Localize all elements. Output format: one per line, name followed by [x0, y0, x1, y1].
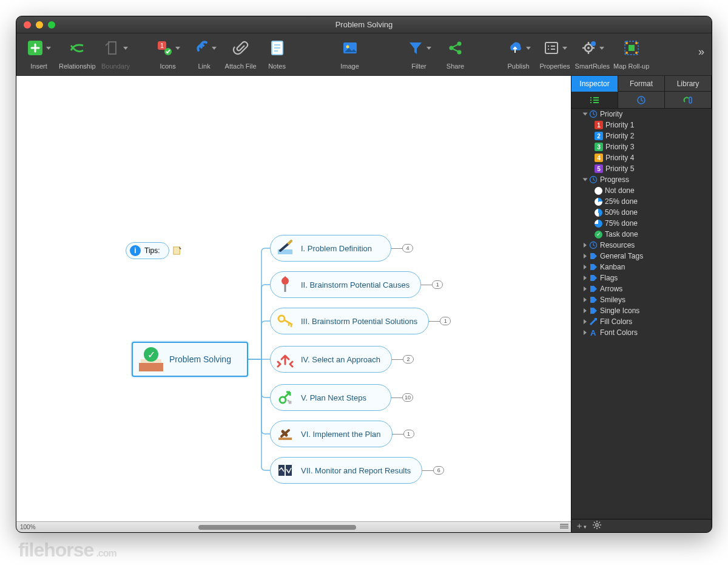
toolbar-label: Share [447, 63, 464, 70]
add-marker-button[interactable]: ＋▾ [575, 521, 587, 532]
toolbar-relationship[interactable]: Relationship [59, 37, 96, 70]
window-title: Problem Solving [16, 20, 712, 29]
toolbar-filter[interactable]: Filter [403, 37, 436, 70]
toolbar-map-roll-up[interactable]: Map Roll-up [613, 37, 649, 70]
svg-rect-29 [173, 247, 180, 254]
topic-icon [277, 240, 294, 257]
group-flags[interactable]: Flags [571, 272, 712, 283]
toolbar-link[interactable]: Link [188, 37, 221, 70]
toolbar-label: Boundary [101, 63, 130, 70]
child-count[interactable]: 1 [393, 430, 414, 438]
svg-line-13 [453, 45, 457, 47]
tab-inspector[interactable]: Inspector [571, 76, 618, 92]
marker-progress-3[interactable]: 75% done [571, 218, 712, 229]
central-topic[interactable]: ✓ Problem Solving [132, 342, 248, 377]
mindmap-canvas[interactable]: i Tips: ✓ Problem Solving I. Problem Def… [16, 76, 571, 521]
topic-tips[interactable]: i Tips: [126, 242, 181, 259]
chevron-down-icon [46, 47, 51, 50]
svg-point-28 [635, 52, 638, 54]
topic-label: V. Plan Next Steps [301, 393, 366, 402]
zoom-level[interactable]: 100% [16, 524, 39, 530]
svg-line-55 [594, 522, 595, 523]
toolbar-attach-file[interactable]: Attach File [224, 37, 257, 70]
settings-button[interactable] [593, 521, 601, 531]
chevron-down-icon [562, 47, 567, 50]
child-count[interactable]: 4 [391, 244, 413, 252]
toolbar-publish[interactable]: Publish [502, 37, 535, 70]
marker-progress-1[interactable]: 25% done [571, 196, 712, 207]
group-progress[interactable]: Progress [571, 174, 712, 185]
toolbar-notes[interactable]: Notes [261, 37, 294, 70]
gear-icon [593, 521, 601, 529]
tab-format[interactable]: Format [618, 76, 665, 92]
canvas-area: i Tips: ✓ Problem Solving I. Problem Def… [16, 76, 571, 532]
subtab-history[interactable] [618, 92, 665, 108]
child-count[interactable]: 2 [392, 355, 414, 364]
toolbar-icons[interactable]: 1Icons [152, 37, 184, 70]
central-topic-icon: ✓ [139, 347, 163, 371]
group-general-tags[interactable]: General Tags [571, 251, 712, 262]
toolbar-label: Link [198, 63, 210, 70]
toolbar-smartrules[interactable]: SmartRules [575, 37, 610, 70]
marker-priority-1[interactable]: 1Priority 1 [571, 120, 712, 130]
topic-monitor-and-report-results[interactable]: VII. Monitor and Report Results6 [270, 457, 444, 484]
topic-icon [277, 462, 294, 479]
group-resources[interactable]: Resources [571, 240, 712, 251]
svg-line-56 [599, 527, 600, 528]
child-count[interactable]: 1 [421, 280, 443, 289]
toolbar-label: Attach File [225, 63, 257, 70]
inspector-panel: Inspector Format Library Priority1Priori… [571, 76, 712, 532]
chevron-down-icon [426, 47, 431, 50]
topic-problem-definition[interactable]: I. Problem Definition4 [270, 235, 413, 262]
svg-rect-15 [545, 42, 558, 53]
toolbar-label: Icons [160, 63, 175, 70]
marker-priority-5[interactable]: 5Priority 5 [571, 163, 712, 174]
svg-point-32 [278, 316, 285, 322]
topic-select-an-approach[interactable]: IV. Select an Approach2 [270, 346, 414, 373]
child-count[interactable]: 10 [391, 393, 413, 402]
toolbar-image[interactable]: Image [334, 37, 366, 70]
group-fill-colors[interactable]: Fill Colors [571, 316, 712, 327]
panel-resize-grip[interactable] [560, 523, 568, 532]
inspector-subtabs [571, 92, 712, 109]
topic-implement-the-plan[interactable]: VI. Implement the Plan1 [270, 421, 414, 447]
toolbar-boundary[interactable]: Boundary [99, 37, 132, 70]
marker-progress-0[interactable]: Not done [571, 185, 712, 196]
toolbar-overflow-icon[interactable]: » [698, 46, 704, 58]
child-count[interactable]: 6 [422, 466, 444, 475]
group-single-icons[interactable]: Single Icons [571, 305, 712, 316]
group-font-colors[interactable]: AFont Colors [571, 327, 712, 338]
topic-brainstorm-potential-solutions[interactable]: III. Brainstorm Potential Solutions1 [270, 308, 451, 334]
toolbar-label: SmartRules [575, 63, 610, 70]
group-smileys[interactable]: Smileys [571, 294, 712, 305]
topic-icon [277, 389, 294, 406]
group-priority[interactable]: Priority [571, 109, 712, 120]
watermark: filehorse.com [18, 539, 116, 561]
panel-tabs: Inspector Format Library [571, 76, 712, 92]
group-kanban[interactable]: Kanban [571, 262, 712, 272]
toolbar-properties[interactable]: Properties [539, 37, 571, 70]
child-count[interactable]: 1 [429, 317, 451, 325]
toolbar-insert[interactable]: Insert [22, 37, 55, 70]
topic-plan-next-steps[interactable]: V. Plan Next Steps10 [270, 384, 413, 411]
group-arrows[interactable]: Arrows [571, 283, 712, 294]
subtab-markers[interactable] [571, 92, 618, 108]
topic-label: III. Brainstorm Potential Solutions [301, 317, 417, 326]
svg-rect-44 [689, 97, 692, 103]
subtab-links[interactable] [665, 92, 712, 108]
topic-label: I. Problem Definition [301, 244, 372, 253]
marker-priority-2[interactable]: 2Priority 2 [571, 130, 712, 141]
toolbar-share[interactable]: Share [439, 37, 472, 70]
chevron-down-icon [526, 47, 531, 50]
topic-brainstorm-potential-causes[interactable]: II. Brainstorm Potential Causes1 [270, 271, 443, 298]
marker-progress-4[interactable]: ✓Task done [571, 229, 712, 240]
marker-priority-4[interactable]: 4Priority 4 [571, 152, 712, 163]
marker-priority-3[interactable]: 3Priority 3 [571, 141, 712, 152]
toolbar-label: Filter [411, 63, 426, 70]
topic-label: IV. Select an Approach [301, 355, 380, 364]
marker-progress-2[interactable]: 50% done [571, 207, 712, 218]
panel-footer: ＋▾ [571, 519, 712, 532]
tab-library[interactable]: Library [665, 76, 712, 92]
horizontal-scrollbar[interactable] [180, 525, 547, 530]
svg-point-25 [625, 42, 628, 44]
